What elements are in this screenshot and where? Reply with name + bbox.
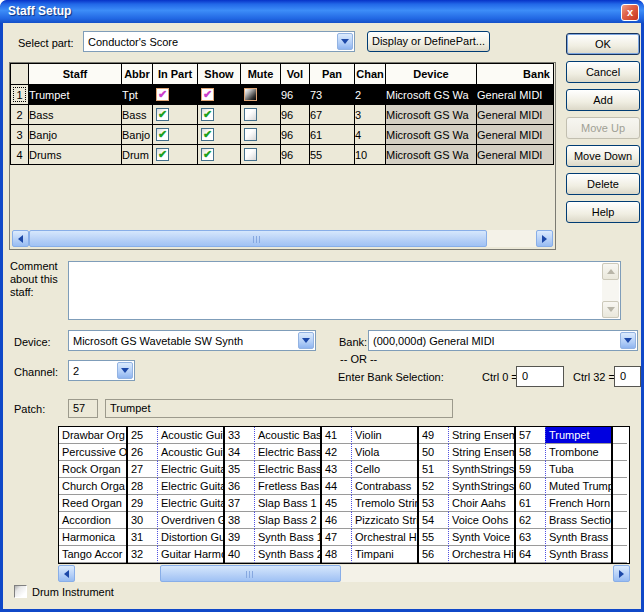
row-header[interactable]: 3 [11,125,29,145]
cell-bank[interactable]: General MIDI [477,105,554,125]
channel-dropdown[interactable]: 2 [68,360,135,381]
patch-name-cell[interactable]: Pizzicato Stri [351,512,417,529]
patch-number[interactable]: 25 [128,427,157,444]
cell-device[interactable]: Microsoft GS Wa [386,105,477,125]
patch-name-cell[interactable]: Electric Guita [157,478,223,495]
table-row[interactable]: 4DrumsDrum✔✔965510Microsoft GS WaGeneral… [11,145,554,165]
patch-number[interactable]: 43 [322,461,351,478]
patch-name-cell[interactable]: Brass Sectio [545,512,611,529]
patch-number[interactable]: 62 [516,512,545,529]
ctrl32-field[interactable]: 0 [614,366,641,387]
patch-name-cell[interactable]: String Ensem [448,444,514,461]
patch-name-cell[interactable]: Timpani [351,546,417,563]
cell-device[interactable]: Microsoft GS Wa [386,85,477,105]
patch-name-cell[interactable]: Synth Brass [545,529,611,546]
bank-dropdown[interactable]: (000,000d) General MIDI [368,330,638,351]
table-row[interactable]: 3BanjoBanjo✔✔96614Microsoft GS WaGeneral… [11,125,554,145]
patch-number[interactable]: 27 [128,461,157,478]
show-checkbox[interactable]: ✔ [201,108,214,121]
patch-number[interactable]: 49 [419,427,448,444]
scroll-up-icon[interactable] [602,263,619,280]
chevron-down-icon[interactable] [620,332,636,349]
patch-name-cell[interactable]: Synth Bass 1 [254,529,320,546]
cell-chan[interactable]: 2 [355,85,386,105]
patch-name-cell[interactable]: Electric Bass [254,444,320,461]
patch-number[interactable]: 45 [322,495,351,512]
scroll-left-icon[interactable] [12,230,29,247]
patch-number[interactable]: 36 [225,478,254,495]
mute-cell[interactable] [241,105,281,125]
in-part-cell[interactable]: ✔ [153,85,198,105]
patch-number[interactable]: 54 [419,512,448,529]
patch-number[interactable]: 57 [516,427,545,444]
mute-checkbox[interactable] [244,148,257,161]
scrollbar-track[interactable] [75,565,160,582]
patch-number[interactable]: 46 [322,512,351,529]
mute-checkbox[interactable] [244,108,257,121]
patch-name-cell[interactable]: Synth Bass 2 [254,546,320,563]
patch-name-cell[interactable]: SynthStrings [448,478,514,495]
show-cell[interactable]: ✔ [198,85,241,105]
patch-number[interactable]: 48 [322,546,351,563]
patch-name-cell[interactable]: Tango Accor [59,546,126,563]
scroll-left-icon[interactable] [58,565,75,582]
scrollbar-track[interactable] [487,230,536,247]
patch-number[interactable]: 41 [322,427,351,444]
mute-cell[interactable] [241,85,281,105]
cell-chan[interactable]: 3 [355,105,386,125]
patch-name-cell[interactable]: French Horn [545,495,611,512]
scrollbar-thumb[interactable] [160,565,341,582]
patch-name-cell[interactable]: Tuba [545,461,611,478]
patch-name-cell[interactable]: Acoustic Guit [157,427,223,444]
cell-device[interactable]: Microsoft GS Wa [386,125,477,145]
cell-vol[interactable]: 96 [281,85,310,105]
cell-bank[interactable]: General MIDI [477,125,554,145]
help-button[interactable]: Help [566,201,640,223]
cell-pan[interactable]: 73 [310,85,355,105]
cell-abbr[interactable]: Drum [122,145,153,165]
device-dropdown[interactable]: Microsoft GS Wavetable SW Synth [68,330,316,351]
patch-name-cell[interactable]: Viola [351,444,417,461]
patch-number[interactable]: 51 [419,461,448,478]
patch-number[interactable]: 56 [419,546,448,563]
row-header[interactable]: 1 [11,85,29,105]
cell-chan[interactable]: 4 [355,125,386,145]
cell-staff[interactable]: Bass [29,105,122,125]
scroll-down-icon[interactable] [602,301,619,318]
comment-textarea[interactable] [68,261,621,320]
select-part-dropdown[interactable]: Conductor's Score [83,31,355,52]
patch-number[interactable]: 34 [225,444,254,461]
patch-name-cell[interactable]: Percussive O [59,444,126,461]
patch-number[interactable]: 50 [419,444,448,461]
close-icon[interactable]: x [621,4,639,21]
chevron-down-icon[interactable] [298,332,314,349]
patch-number[interactable]: 47 [322,529,351,546]
cell-vol[interactable]: 96 [281,105,310,125]
patch-name-cell[interactable]: Electric Guita [157,461,223,478]
patch-number[interactable]: 32 [128,546,157,563]
cell-pan[interactable]: 55 [310,145,355,165]
patch-number[interactable]: 61 [516,495,545,512]
cell-bank[interactable]: General MIDI [477,145,554,165]
patch-name-cell[interactable]: Reed Organ [59,495,126,512]
cell-device[interactable]: Microsoft GS Wa [386,145,477,165]
cell-abbr[interactable]: Banjo [122,125,153,145]
patch-name-cell[interactable]: Guitar Harmo [157,546,223,563]
patch-name-cell[interactable]: Distortion Gui [157,529,223,546]
mute-cell[interactable] [241,145,281,165]
cell-staff[interactable]: Trumpet [29,85,122,105]
show-cell[interactable]: ✔ [198,105,241,125]
patch-number[interactable]: 29 [128,495,157,512]
show-checkbox[interactable]: ✔ [201,88,214,101]
show-cell[interactable]: ✔ [198,125,241,145]
cell-pan[interactable]: 67 [310,105,355,125]
staff-table-hscrollbar[interactable] [12,230,553,247]
patch-number[interactable]: 40 [225,546,254,563]
patch-name-cell[interactable]: Tremolo Strin [351,495,417,512]
move-down-button[interactable]: Move Down [566,145,640,167]
scroll-right-icon[interactable] [613,565,630,582]
show-checkbox[interactable]: ✔ [201,148,214,161]
in-part-checkbox[interactable]: ✔ [156,148,169,161]
patch-number[interactable]: 26 [128,444,157,461]
table-row[interactable]: 1TrumpetTpt✔✔96732Microsoft GS WaGeneral… [11,85,554,105]
